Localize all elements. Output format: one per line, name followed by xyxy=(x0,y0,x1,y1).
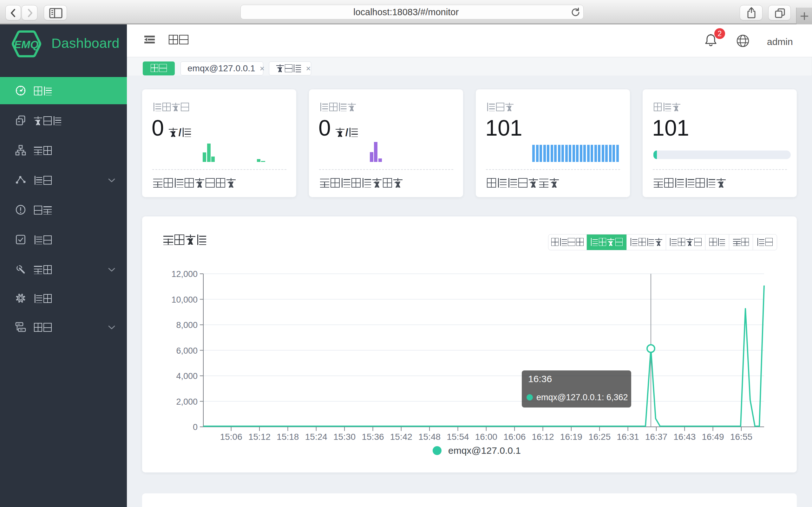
svg-text:16:55: 16:55 xyxy=(730,432,752,442)
svg-text:15:06: 15:06 xyxy=(220,432,242,442)
svg-text:12,000: 12,000 xyxy=(171,269,198,279)
svg-text:6,000: 6,000 xyxy=(176,346,198,355)
svg-text:15:24: 15:24 xyxy=(305,432,327,442)
svg-text:15:36: 15:36 xyxy=(362,432,384,442)
svg-text:16:36: 16:36 xyxy=(528,374,552,384)
svg-text:15:48: 15:48 xyxy=(418,432,441,442)
svg-text:emqx@127.0.0.1: emqx@127.0.0.1 xyxy=(448,445,521,456)
svg-text:15:42: 15:42 xyxy=(390,432,412,442)
svg-text:EMQ: EMQ xyxy=(14,38,38,50)
svg-text:15:30: 15:30 xyxy=(334,432,356,442)
svg-text:16:25: 16:25 xyxy=(589,432,611,442)
svg-text:16:06: 16:06 xyxy=(503,432,525,442)
svg-text:8,000: 8,000 xyxy=(176,320,198,330)
svg-text:15:12: 15:12 xyxy=(248,432,270,442)
svg-text:2,000: 2,000 xyxy=(176,397,198,406)
svg-text:16:00: 16:00 xyxy=(475,432,497,442)
svg-text:16:12: 16:12 xyxy=(531,432,554,442)
svg-text:10,000: 10,000 xyxy=(171,295,198,304)
svg-text:16:37: 16:37 xyxy=(645,432,667,442)
svg-text:16:19: 16:19 xyxy=(560,432,582,442)
svg-text:0: 0 xyxy=(193,422,198,432)
svg-text:emqx@127.0.0.1: 6,362: emqx@127.0.0.1: 6,362 xyxy=(537,393,628,402)
svg-text:16:49: 16:49 xyxy=(702,432,724,442)
svg-text:16:31: 16:31 xyxy=(617,432,639,442)
svg-text:15:54: 15:54 xyxy=(447,432,469,442)
svg-text:15:18: 15:18 xyxy=(276,432,299,442)
svg-text:4,000: 4,000 xyxy=(176,372,198,381)
svg-text:16:43: 16:43 xyxy=(673,432,696,442)
